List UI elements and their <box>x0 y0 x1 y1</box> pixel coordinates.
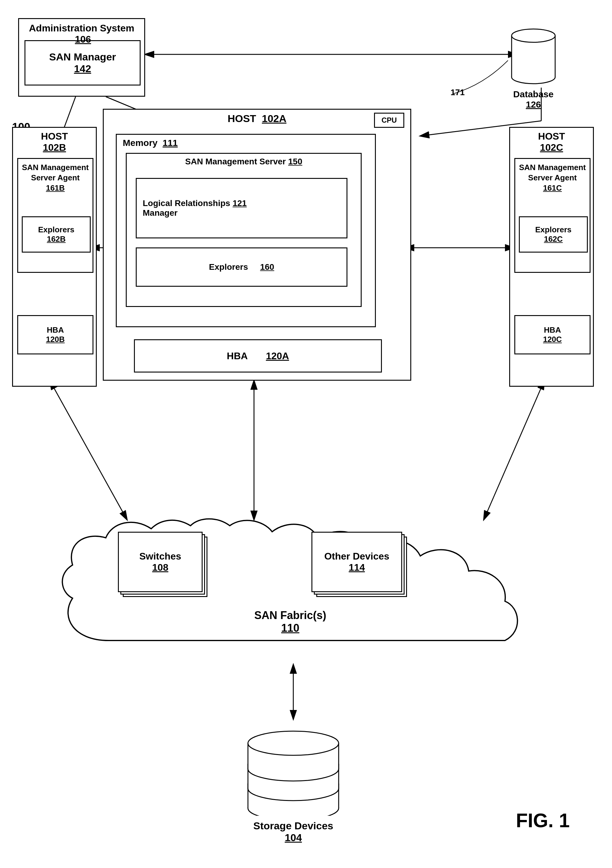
host-102b-title: HOST 102B <box>13 128 96 154</box>
host-102a-title: HOST 102A <box>104 110 410 124</box>
san-manager-label: SAN Manager <box>49 51 116 63</box>
san-fabric-cloud: SAN Fabric(s) 110 Switches 108 Other Dev… <box>48 514 532 665</box>
fig-label: FIG. 1 <box>516 809 570 832</box>
logical-rel-label: Logical Relationships 121 <box>143 198 247 208</box>
logical-rel-box: Logical Relationships 121 Manager <box>136 178 348 239</box>
svg-line-10 <box>484 381 544 520</box>
host-102b-hba-box: HBA 120B <box>17 315 93 354</box>
diagram-container: 100 Administration System 106 SAN Manage… <box>0 0 612 868</box>
host-102c-san-agent-box: SAN Management Server Agent 161C Explore… <box>514 158 590 273</box>
database: Database 126 <box>509 24 558 85</box>
san-fabric-label: SAN Fabric(s) 110 <box>48 609 532 634</box>
arrow-171-label: 171 <box>450 88 465 97</box>
memory-box: Memory 111 SAN Management Server 150 Log… <box>116 134 376 327</box>
host-102c-explorers-box: Explorers 162C <box>519 216 588 253</box>
explorers-160-box: Explorers 160 <box>136 248 348 287</box>
storage-label: Storage Devices 104 <box>239 820 348 843</box>
host-102b-box: HOST 102B SAN Management Server Agent 16… <box>12 127 97 387</box>
host-102b-explorers-box: Explorers 162B <box>22 216 91 253</box>
host-102a-box: HOST 102A CPU Memory 111 SAN Management … <box>103 109 411 381</box>
host-102b-san-agent-box: SAN Management Server Agent 161B Explore… <box>17 158 93 273</box>
database-label: Database 126 <box>509 89 558 110</box>
cpu-box: CPU <box>374 113 404 128</box>
memory-label: Memory 111 <box>117 135 375 148</box>
storage-devices: Storage Devices 104 <box>239 719 348 852</box>
svg-point-33 <box>248 731 339 755</box>
hba-120a-box: HBA 120A <box>134 339 382 372</box>
san-manager-number: 142 <box>74 63 91 74</box>
san-mgmt-server-box: SAN Management Server 150 Logical Relati… <box>126 153 362 307</box>
san-manager-box: SAN Manager 142 <box>25 40 141 85</box>
host-102c-box: HOST 102C SAN Management Server Agent 16… <box>509 127 594 387</box>
host-102c-hba-box: HBA 120C <box>514 315 590 354</box>
host-102c-san-agent-label: SAN Management Server Agent 161C <box>515 159 590 194</box>
manager-label: Manager <box>143 208 177 218</box>
host-102c-title: HOST 102C <box>510 128 593 154</box>
host-102b-san-agent-label: SAN Management Server Agent 161B <box>18 159 93 194</box>
admin-system-box: Administration System 106 SAN Manager 14… <box>18 18 145 97</box>
san-mgmt-server-label: SAN Management Server 150 <box>127 154 361 168</box>
svg-line-8 <box>50 381 127 520</box>
svg-point-18 <box>512 29 555 42</box>
